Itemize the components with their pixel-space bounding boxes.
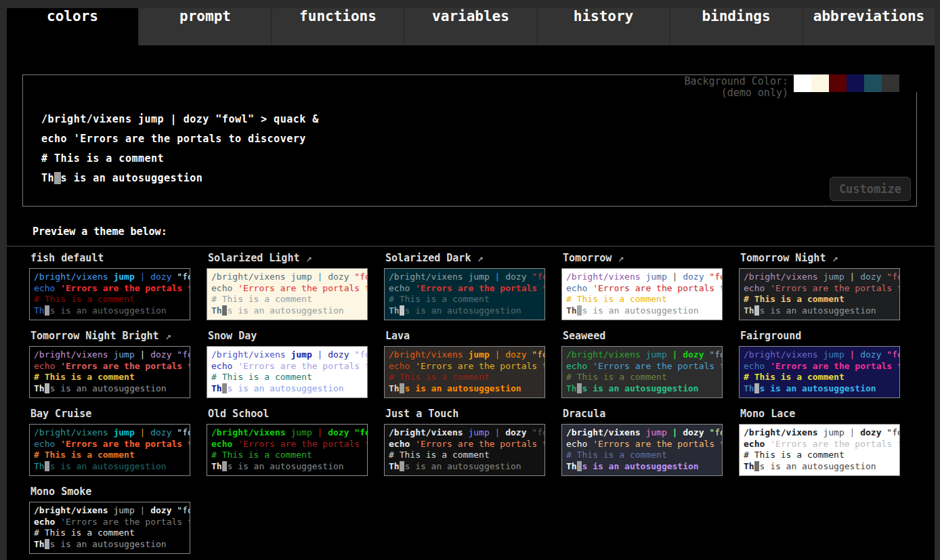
- theme-preview[interactable]: /bright/vixens jump | dozy "fowl" > quac…: [29, 424, 190, 476]
- token-plain: [232, 439, 238, 449]
- tab-functions[interactable]: functions: [272, 8, 404, 45]
- token-echo: echo: [744, 439, 765, 449]
- theme-preview-line: This is an autosuggestion: [34, 383, 190, 395]
- token-string: 'Errors are the portals to discovery: [60, 439, 190, 449]
- token-quote: "fowl": [709, 272, 723, 282]
- theme-card-fish-default[interactable]: fish default/bright/vixens jump | dozy "…: [29, 249, 190, 320]
- theme-preview[interactable]: /bright/vixens jump | dozy "fowl" > quac…: [384, 424, 545, 476]
- theme-card-tomorrow-night-bright[interactable]: Tomorrow Night Bright ↗/bright/vixens ju…: [29, 327, 190, 398]
- token-suggestion: s is an autosuggestion: [227, 305, 343, 316]
- theme-card-seaweed[interactable]: Seaweed/bright/vixens jump | dozy "fowl"…: [561, 327, 723, 398]
- tab-variables[interactable]: variables: [405, 8, 536, 45]
- token-plain: [667, 349, 672, 360]
- theme-preview[interactable]: /bright/vixens jump | dozy "fowl" > quac…: [561, 346, 723, 398]
- theme-preview-line: This is an autosuggestion: [211, 461, 367, 473]
- token-comment: # This is a comment: [211, 294, 312, 304]
- token-echo: echo: [566, 283, 587, 293]
- theme-card-dracula[interactable]: Dracula/bright/vixens jump | dozy "fowl"…: [561, 405, 723, 476]
- token-plain: [667, 272, 672, 282]
- theme-name[interactable]: Solarized Light ↗: [208, 252, 368, 264]
- theme-name[interactable]: Tomorrow ↗: [563, 252, 723, 264]
- theme-name[interactable]: Solarized Dark ↗: [385, 252, 545, 264]
- theme-name[interactable]: Tomorrow Night Bright ↗: [30, 330, 190, 342]
- token-comment: # This is a comment: [34, 372, 135, 382]
- token-quote: "fowl": [177, 505, 190, 515]
- tab-history[interactable]: history: [538, 8, 669, 45]
- theme-preview[interactable]: /bright/vixens jump | dozy "fowl" > quac…: [739, 346, 900, 398]
- bg-swatch-white[interactable]: [794, 74, 811, 92]
- token-plain: [845, 349, 850, 360]
- token-plain: [312, 272, 318, 282]
- background-color-picker: Background Color: (demo only): [684, 74, 917, 99]
- tab-abbreviations[interactable]: abbreviations: [803, 8, 935, 45]
- theme-preview[interactable]: /bright/vixens jump | dozy "fowl" > quac…: [739, 268, 900, 320]
- theme-preview[interactable]: /bright/vixens jump | dozy "fowl" > quac…: [384, 268, 545, 320]
- theme-name[interactable]: Tomorrow Night ↗: [740, 252, 900, 264]
- theme-preview-line: This is an autosuggestion: [211, 383, 367, 395]
- tab-bindings[interactable]: bindings: [670, 8, 802, 45]
- theme-preview-line: /bright/vixens jump | dozy "fowl" > quac…: [744, 272, 899, 283]
- theme-preview[interactable]: /bright/vixens jump | dozy "fowl" > quac…: [29, 268, 190, 320]
- theme-preview[interactable]: /bright/vixens jump | dozy "fowl" > quac…: [207, 268, 368, 320]
- bg-swatch-cream[interactable]: [811, 74, 829, 92]
- token-plain: [55, 439, 60, 449]
- theme-card-lava[interactable]: Lava/bright/vixens jump | dozy "fowl" > …: [384, 327, 545, 398]
- bg-swatch-navy[interactable]: [847, 74, 864, 92]
- external-link-icon[interactable]: ↗: [299, 252, 312, 264]
- token-quote: "fowl": [354, 349, 368, 360]
- theme-card-tomorrow-night[interactable]: Tomorrow Night ↗/bright/vixens jump | do…: [739, 249, 900, 320]
- token-typed: Th: [744, 383, 754, 393]
- token-path: /bright/vixens: [566, 427, 641, 437]
- theme-preview[interactable]: /bright/vixens jump | dozy "fowl" > quac…: [29, 502, 190, 554]
- theme-preview-line: This is an autosuggestion: [744, 461, 899, 473]
- tab-prompt[interactable]: prompt: [140, 8, 271, 45]
- theme-preview[interactable]: /bright/vixens jump | dozy "fowl" > quac…: [207, 424, 368, 476]
- external-link-icon[interactable]: ↗: [612, 252, 624, 264]
- theme-preview-line: # This is a comment: [566, 450, 722, 461]
- theme-card-fairground[interactable]: Fairground/bright/vixens jump | dozy "fo…: [739, 327, 900, 398]
- token-path: /bright/vixens: [389, 427, 463, 437]
- external-link-icon[interactable]: ↗: [826, 252, 838, 264]
- theme-preview-line: This is an autosuggestion: [211, 305, 367, 317]
- bg-swatch-dark-gray[interactable]: [882, 74, 899, 92]
- bg-swatch-teal[interactable]: [864, 74, 882, 92]
- theme-preview[interactable]: /bright/vixens jump | dozy "fowl" > quac…: [561, 424, 723, 476]
- theme-card-bay-cruise[interactable]: Bay Cruise/bright/vixens jump | dozy "fo…: [29, 405, 190, 476]
- theme-card-solarized-light[interactable]: Solarized Light ↗/bright/vixens jump | d…: [207, 249, 368, 320]
- theme-card-tomorrow[interactable]: Tomorrow ↗/bright/vixens jump | dozy "fo…: [561, 249, 723, 320]
- token-string: 'Errors are the portals to discovery: [593, 283, 723, 293]
- background-color-swatches: [794, 74, 917, 92]
- theme-preview-line: # This is a comment: [744, 372, 899, 383]
- token-string: 'Errors are the portals to discovery: [60, 283, 190, 293]
- customize-button[interactable]: Customize: [830, 177, 911, 201]
- theme-preview-line: echo 'Errors are the portals to discover…: [34, 439, 190, 450]
- theme-card-mono-lace[interactable]: Mono Lace/bright/vixens jump | dozy "fow…: [739, 405, 900, 476]
- token-cmd2: dozy: [860, 272, 881, 282]
- theme-preview[interactable]: /bright/vixens jump | dozy "fowl" > quac…: [29, 346, 190, 398]
- theme-preview[interactable]: /bright/vixens jump | dozy "fowl" > quac…: [561, 268, 723, 320]
- external-link-icon[interactable]: ↗: [159, 330, 171, 342]
- token-param: jump: [468, 272, 489, 282]
- tab-colors[interactable]: colors: [7, 8, 138, 45]
- theme-card-solarized-dark[interactable]: Solarized Dark ↗/bright/vixens jump | do…: [384, 249, 545, 320]
- external-link-icon[interactable]: ↗: [471, 252, 483, 264]
- theme-preview-line: echo 'Errors are the portals to discover…: [211, 283, 367, 295]
- theme-card-mono-smoke[interactable]: Mono Smoke/bright/vixens jump | dozy "fo…: [29, 483, 190, 554]
- theme-name: Bay Cruise: [30, 408, 190, 420]
- theme-preview-line: This is an autosuggestion: [744, 305, 899, 317]
- theme-preview[interactable]: /bright/vixens jump | dozy "fowl" > quac…: [739, 424, 900, 476]
- bg-swatch-dark-red[interactable]: [829, 74, 847, 92]
- theme-preview-line: /bright/vixens jump | dozy "fowl" > quac…: [389, 427, 544, 439]
- token-suggestion: s is an autosuggestion: [759, 383, 876, 393]
- token-plain: [55, 283, 60, 293]
- token-comment: # This is a comment: [744, 372, 845, 382]
- token-path: /bright/vixens: [211, 272, 286, 282]
- bg-swatch-black[interactable]: [899, 74, 917, 92]
- theme-preview[interactable]: /bright/vixens jump | dozy "fowl" > quac…: [384, 346, 545, 398]
- theme-card-just-a-touch[interactable]: Just a Touch/bright/vixens jump | dozy "…: [384, 405, 545, 476]
- theme-grid: fish default/bright/vixens jump | dozy "…: [7, 246, 935, 560]
- theme-card-snow-day[interactable]: Snow Day/bright/vixens jump | dozy "fowl…: [207, 327, 368, 398]
- token-echo: echo: [211, 283, 232, 293]
- theme-card-old-school[interactable]: Old School/bright/vixens jump | dozy "fo…: [207, 405, 368, 476]
- theme-preview[interactable]: /bright/vixens jump | dozy "fowl" > quac…: [207, 346, 368, 398]
